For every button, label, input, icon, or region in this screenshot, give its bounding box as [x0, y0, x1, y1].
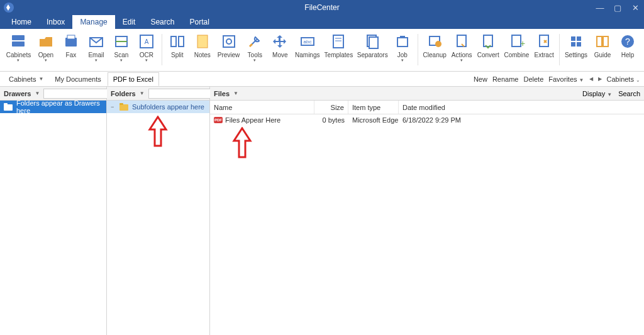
combine-icon: + [508, 33, 525, 50]
ribbon-separator [418, 34, 418, 65]
svg-rect-21 [369, 37, 378, 48]
cabinets-button[interactable]: Cabinets▾ [4, 31, 33, 63]
col-size[interactable]: Size [314, 101, 348, 114]
menu-tab-edit[interactable]: Edit [115, 15, 143, 29]
menu-tabs: HomeInboxManageEditSearchPortal [0, 15, 644, 29]
drawer-label: Folders appear as Drawers here [16, 99, 103, 114]
maximize-button[interactable]: ▢ [609, 0, 626, 15]
cabinets-dropdown[interactable]: Cabinets ▼ [4, 74, 48, 85]
chevron-down-icon[interactable]: ▼ [35, 91, 40, 96]
fax-button[interactable]: Fax [58, 31, 84, 60]
col-name[interactable]: Name [210, 101, 314, 114]
svg-rect-38 [4, 103, 8, 105]
separators-button[interactable]: Separators [355, 31, 390, 60]
guide-button[interactable]: Guide [590, 31, 615, 60]
menu-tab-manage[interactable]: Manage [72, 15, 114, 29]
svg-point-25 [435, 41, 441, 47]
close-button[interactable]: ✕ [626, 0, 644, 15]
annotation-arrow-icon [231, 127, 253, 158]
move-button[interactable]: Move [267, 31, 292, 60]
chevron-down-icon[interactable]: ▼ [233, 91, 238, 96]
convert-button[interactable]: Convert [475, 31, 502, 60]
favorites-dropdown[interactable]: Favorites ▼ [548, 75, 584, 83]
actions-icon [453, 33, 470, 50]
cleanup-label: Cleanup [423, 52, 447, 58]
help-icon: ? [619, 33, 636, 50]
folder-row[interactable]: − Subfolders appear here [107, 101, 209, 113]
settings-button[interactable]: Settings [562, 31, 590, 60]
split-button[interactable]: Split [165, 31, 190, 60]
nav-forward-icon[interactable]: ▶ [598, 76, 602, 82]
notes-icon [194, 33, 211, 50]
templates-label: Templates [325, 52, 353, 58]
preview-label: Preview [218, 52, 240, 58]
nav-back-icon[interactable]: ◀ [589, 76, 593, 82]
menu-tab-portal[interactable]: Portal [182, 15, 216, 29]
cabinets-label: Cabinets [9, 75, 36, 83]
open-icon [37, 33, 55, 50]
chevron-down-icon: ▾ [145, 58, 148, 62]
tools-button[interactable]: Tools▾ [242, 31, 267, 63]
tree-expand-icon[interactable]: − [111, 104, 116, 110]
job-button[interactable]: Job▾ [390, 31, 415, 63]
extract-button[interactable]: Extract [531, 31, 557, 60]
menu-tab-search[interactable]: Search [143, 15, 182, 29]
delete-link[interactable]: Delete [523, 75, 543, 83]
ocr-button[interactable]: AOCR▾ [134, 31, 159, 63]
search-link[interactable]: Search [618, 90, 640, 97]
separators-icon [364, 33, 381, 50]
templates-icon [330, 33, 347, 50]
secondary-bar: Cabinets ▼ My Documents PDF to Excel New… [0, 72, 644, 87]
templates-button[interactable]: Templates [322, 31, 355, 60]
file-row[interactable]: PDF Files Appear Here 0 bytes Microsoft … [210, 114, 644, 126]
open-button[interactable]: Open▾ [33, 31, 58, 63]
active-location-tab[interactable]: PDF to Excel [108, 72, 159, 86]
chevron-down-icon: ▼ [579, 77, 584, 83]
combine-button[interactable]: +Combine [502, 31, 531, 60]
svg-rect-27 [484, 35, 492, 47]
extract-icon [535, 33, 553, 50]
svg-rect-11 [179, 36, 184, 47]
display-dropdown[interactable]: Display ▼ [582, 90, 612, 97]
separators-label: Separators [357, 52, 388, 58]
window-controls: — ▢ ✕ [591, 0, 644, 15]
cabinets-nav-label: Cabinets [607, 75, 634, 83]
breadcrumb-item[interactable]: My Documents [50, 74, 106, 85]
ocr-icon: A [138, 33, 155, 50]
preview-button[interactable]: Preview [215, 31, 242, 60]
files-panel: Files ▼ Display ▼ Search Name Size Item … [210, 87, 644, 335]
actions-button[interactable]: Actions▾ [449, 31, 475, 63]
menu-tab-home[interactable]: Home [4, 15, 39, 29]
col-date[interactable]: Date modified [399, 101, 474, 114]
pdf-icon: PDF [214, 117, 223, 123]
menu-tab-inbox[interactable]: Inbox [39, 15, 72, 29]
svg-rect-23 [400, 36, 405, 38]
split-label: Split [171, 52, 183, 58]
svg-rect-37 [4, 104, 13, 111]
new-link[interactable]: New [474, 75, 487, 83]
combine-label: Combine [504, 52, 529, 58]
col-type[interactable]: Item type [348, 101, 399, 114]
drawers-title: Drawers [4, 90, 31, 97]
settings-icon [567, 33, 585, 50]
svg-rect-34 [577, 42, 581, 47]
cleanup-button[interactable]: Cleanup [421, 31, 449, 60]
email-button[interactable]: Email▾ [84, 31, 109, 63]
notes-button[interactable]: Notes [190, 31, 215, 60]
help-button[interactable]: ?Help [615, 31, 640, 60]
cleanup-icon [426, 33, 443, 50]
svg-rect-31 [571, 36, 575, 41]
svg-rect-4 [67, 35, 75, 39]
minimize-button[interactable]: — [591, 0, 609, 15]
cabinets-nav-dropdown[interactable]: Cabinets ⌄ [607, 75, 640, 83]
title-bar: FileCenter — ▢ ✕ [0, 0, 644, 15]
chevron-down-icon[interactable]: ▼ [140, 91, 145, 96]
chevron-down-icon: ▾ [17, 58, 19, 62]
drawer-row[interactable]: Folders appear as Drawers here [0, 101, 106, 113]
rename-link[interactable]: Rename [492, 75, 519, 83]
file-name: Files Appear Here [225, 116, 280, 124]
notes-label: Notes [194, 52, 211, 58]
scan-button[interactable]: Scan▾ [109, 31, 134, 63]
svg-rect-22 [397, 38, 408, 47]
namings-button[interactable]: abcNamings [292, 31, 322, 60]
